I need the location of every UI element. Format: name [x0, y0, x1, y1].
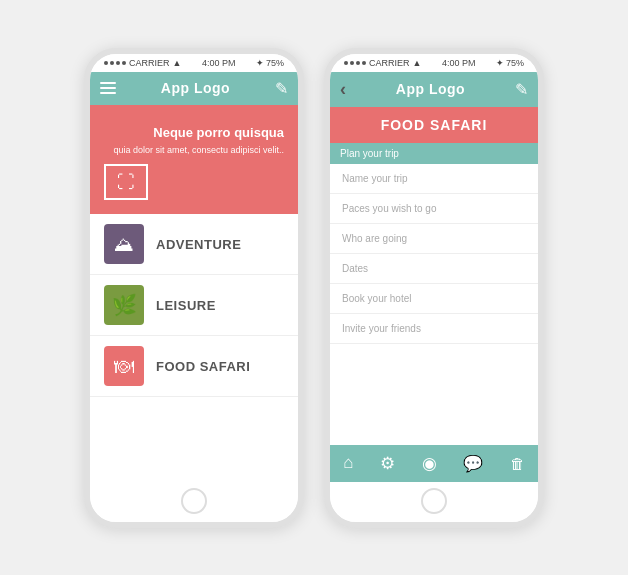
- carrier-label: CARRIER: [129, 58, 170, 68]
- food-safari-title: FOOD SAFARI: [381, 117, 488, 133]
- field-places[interactable]: Paces you wish to go: [330, 194, 538, 224]
- home-button-1[interactable]: [181, 488, 207, 514]
- carrier-label-2: CARRIER: [369, 58, 410, 68]
- home-nav-icon[interactable]: ⌂: [343, 453, 353, 473]
- app-header-2: ‹ App Logo ✎: [330, 72, 538, 107]
- hero-image: ⛶: [104, 164, 148, 200]
- form-section: Name your trip Paces you wish to go Who …: [330, 164, 538, 445]
- leisure-label: LEISURE: [156, 298, 216, 313]
- menu-item-adventure[interactable]: ⛰ ADVENTURE: [90, 214, 298, 275]
- battery-label-2: 75%: [506, 58, 524, 68]
- hero-desc: quia dolor sit amet, consectu adipisci v…: [104, 144, 284, 157]
- battery-area-2: ✦ 75%: [496, 58, 524, 68]
- hero-section: Neque porro quisqua quia dolor sit amet,…: [90, 105, 298, 215]
- battery-area: ✦ 75%: [256, 58, 284, 68]
- bluetooth-icon-2: ✦: [496, 58, 504, 68]
- home-indicator-1: [90, 482, 298, 522]
- app-logo-2: App Logo: [396, 81, 465, 97]
- edit-icon-1[interactable]: ✎: [275, 79, 288, 98]
- field-name-trip[interactable]: Name your trip: [330, 164, 538, 194]
- wifi-icon: ▲: [173, 58, 182, 68]
- wifi-icon-2: ▲: [413, 58, 422, 68]
- trash-nav-icon[interactable]: 🗑: [510, 455, 525, 472]
- location-nav-icon[interactable]: ◉: [422, 453, 437, 474]
- plan-trip-label: Plan your trip: [330, 143, 538, 164]
- foodsafari-label: FOOD SAFARI: [156, 359, 250, 374]
- foodsafari-icon: 🍽: [104, 346, 144, 386]
- home-button-2[interactable]: [421, 488, 447, 514]
- field-invite[interactable]: Invite your friends: [330, 314, 538, 344]
- bluetooth-icon: ✦: [256, 58, 264, 68]
- menu-item-leisure[interactable]: 🌿 LEISURE: [90, 275, 298, 336]
- food-safari-header: FOOD SAFARI: [330, 107, 538, 143]
- image-icon: ⛶: [117, 172, 135, 193]
- signal-area-2: CARRIER ▲: [344, 58, 421, 68]
- field-hotel[interactable]: Book your hotel: [330, 284, 538, 314]
- signal-area: CARRIER ▲: [104, 58, 181, 68]
- time-label-2: 4:00 PM: [442, 58, 476, 68]
- status-bar-2: CARRIER ▲ 4:00 PM ✦ 75%: [330, 54, 538, 72]
- adventure-icon: ⛰: [104, 224, 144, 264]
- time-label: 4:00 PM: [202, 58, 236, 68]
- dots: [104, 61, 126, 65]
- bottom-nav: ⌂ ⚙ ◉ 💬 🗑: [330, 445, 538, 482]
- field-dates[interactable]: Dates: [330, 254, 538, 284]
- menu-icon[interactable]: [100, 82, 116, 94]
- menu-list: ⛰ ADVENTURE 🌿 LEISURE 🍽 FOOD SAFARI: [90, 214, 298, 481]
- hero-title: Neque porro quisqua: [104, 125, 284, 140]
- status-bar-1: CARRIER ▲ 4:00 PM ✦ 75%: [90, 54, 298, 72]
- adventure-label: ADVENTURE: [156, 237, 241, 252]
- app-logo-1: App Logo: [161, 80, 230, 96]
- menu-item-foodsafari[interactable]: 🍽 FOOD SAFARI: [90, 336, 298, 397]
- app-header-1: App Logo ✎: [90, 72, 298, 105]
- field-who-going[interactable]: Who are going: [330, 224, 538, 254]
- home-indicator-2: [330, 482, 538, 522]
- leisure-icon: 🌿: [104, 285, 144, 325]
- edit-icon-2[interactable]: ✎: [515, 80, 528, 99]
- hero-text: Neque porro quisqua quia dolor sit amet,…: [104, 125, 284, 157]
- phone-2: CARRIER ▲ 4:00 PM ✦ 75% ‹ App Logo ✎ FOO…: [324, 48, 544, 528]
- chat-nav-icon[interactable]: 💬: [463, 454, 483, 473]
- battery-label: 75%: [266, 58, 284, 68]
- back-button[interactable]: ‹: [340, 79, 346, 100]
- dots-2: [344, 61, 366, 65]
- phone-1: CARRIER ▲ 4:00 PM ✦ 75% App Logo ✎ Neque…: [84, 48, 304, 528]
- settings-nav-icon[interactable]: ⚙: [380, 453, 395, 474]
